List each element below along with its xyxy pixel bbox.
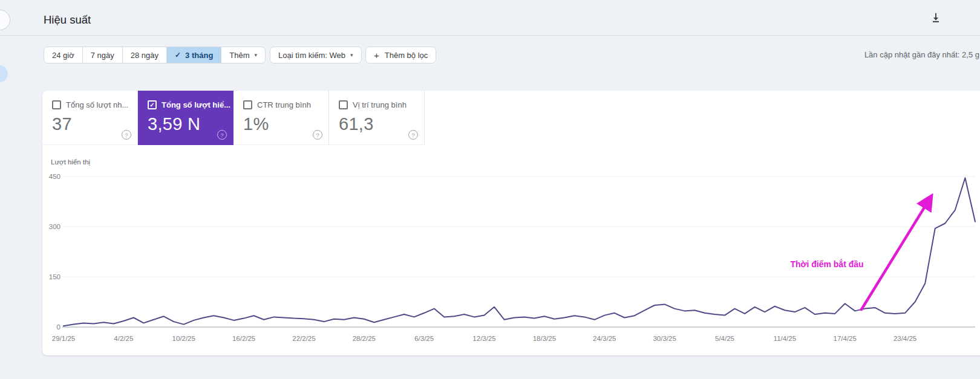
download-button[interactable] [929,11,942,24]
date-range-filter-group: 24 giờ 7 ngày 28 ngày ✓ 3 tháng Thêm ▾ [44,47,266,63]
help-icon[interactable]: ? [408,130,418,140]
svg-text:17/4/25: 17/4/25 [834,335,857,342]
date-filter-7d[interactable]: 7 ngày [82,47,122,63]
metric-tile-ctr[interactable]: CTR trung bình 1% ? [234,91,329,145]
svg-text:29/1/25: 29/1/25 [52,335,75,342]
edge-decoration-circle [0,10,10,30]
download-icon [929,11,942,24]
svg-text:23/4/25: 23/4/25 [893,335,916,342]
svg-text:0: 0 [57,323,60,331]
svg-text:300: 300 [49,223,60,230]
svg-text:30/3/25: 30/3/25 [653,335,676,342]
date-filter-24h[interactable]: 24 giờ [44,47,82,63]
metric-label: CTR trung bình [257,100,311,109]
help-icon[interactable]: ? [122,130,131,140]
check-icon: ✓ [175,51,181,59]
checkbox-unchecked-icon[interactable] [339,100,348,109]
svg-text:24/3/25: 24/3/25 [593,335,616,342]
svg-text:16/2/25: 16/2/25 [232,335,255,342]
date-filter-more[interactable]: Thêm ▾ [221,47,265,63]
chevron-down-icon: ▾ [350,52,353,58]
metric-tile-impressions[interactable]: ✓ Tổng số lượt hiể... 3,59 N ? [138,91,234,145]
search-console-performance-page: Hiệu suất 24 giờ 7 ngày 28 ngày ✓ 3 thán… [0,0,980,379]
checkbox-checked-icon[interactable]: ✓ [148,100,157,109]
svg-text:18/3/25: 18/3/25 [533,335,556,342]
svg-text:5/4/25: 5/4/25 [715,335,734,342]
metric-tile-clicks[interactable]: Tổng số lượt nh... 37 ? [42,91,138,145]
search-type-filter[interactable]: Loại tìm kiếm: Web ▾ [270,47,362,63]
svg-text:150: 150 [49,273,60,280]
svg-text:12/3/25: 12/3/25 [472,335,495,342]
metric-label: Tổng số lượt nh... [66,100,128,109]
page-title: Hiệu suất [44,13,91,27]
add-filter-button[interactable]: + Thêm bộ lọc [365,47,436,63]
last-updated-text: Lần cập nhật gần đây nhất: 2,5 g [864,50,979,59]
plus-icon: + [374,50,379,60]
svg-text:Lượt hiển thị: Lượt hiển thị [51,158,90,166]
help-icon[interactable]: ? [217,130,227,140]
svg-text:Thời điểm bắt đầu: Thời điểm bắt đầu [790,259,863,269]
svg-text:450: 450 [49,173,60,180]
edge-decoration-blob [0,65,8,82]
metric-label: Tổng số lượt hiể... [162,100,230,109]
svg-text:6/3/25: 6/3/25 [414,335,434,342]
date-filter-28d[interactable]: 28 ngày [122,47,166,63]
help-icon[interactable]: ? [313,130,322,140]
date-filter-3m[interactable]: ✓ 3 tháng [166,47,221,63]
impressions-chart[interactable]: 0150300450Lượt hiển thị29/1/254/2/2510/2… [0,145,980,363]
svg-text:28/2/25: 28/2/25 [353,335,376,342]
svg-text:22/2/25: 22/2/25 [292,335,315,342]
svg-text:10/2/25: 10/2/25 [172,335,195,342]
metric-tiles: Tổng số lượt nh... 37 ? ✓ Tổng số lượt h… [42,91,980,145]
checkbox-unchecked-icon[interactable] [52,100,61,109]
chevron-down-icon: ▾ [255,52,258,58]
metric-label: Vị trí trung bình [353,100,407,109]
checkbox-unchecked-icon[interactable] [243,100,252,109]
header-divider [0,35,980,36]
svg-text:4/2/25: 4/2/25 [114,335,133,342]
toolbar: 24 giờ 7 ngày 28 ngày ✓ 3 tháng Thêm ▾ L… [0,47,980,63]
metric-tile-position[interactable]: Vị trí trung bình 61,3 ? [329,91,425,145]
svg-text:11/4/25: 11/4/25 [774,335,797,342]
